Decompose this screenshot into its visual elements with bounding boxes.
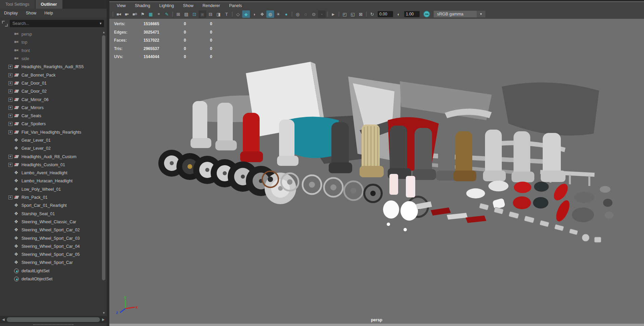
expand-toggle[interactable] [8, 122, 12, 126]
chevron-down-icon[interactable]: ▼ [477, 11, 485, 17]
xray-joints-icon[interactable]: ⊠ [357, 10, 365, 18]
expand-toggle[interactable] [8, 73, 12, 77]
ambient-occlusion-icon[interactable]: ◎ [294, 10, 302, 18]
outliner-item[interactable]: Steering_Wheel_Classic_Car [0, 218, 101, 226]
shadows-icon[interactable]: ● [282, 10, 290, 18]
scroll-up-icon[interactable]: ▲ [102, 30, 106, 35]
image-plane-icon[interactable]: ▦ [147, 10, 155, 18]
horizontal-scroll-thumb[interactable] [7, 317, 100, 322]
safe-title-icon[interactable]: T [223, 10, 230, 18]
grease-pencil-icon[interactable]: ✎ [163, 10, 171, 18]
panel-resize-grip[interactable] [0, 323, 107, 326]
material-preview-icon[interactable]: ◑ [250, 10, 258, 18]
xray-icon[interactable]: ◰ [341, 10, 348, 18]
expand-toggle[interactable] [8, 114, 12, 118]
outliner-item[interactable]: defaultObjectSet [0, 275, 101, 283]
multisample-aa-icon[interactable]: ⊙ [310, 10, 318, 18]
outliner-item[interactable]: Car_Bonnet_Pack [0, 71, 101, 79]
vertical-scroll-thumb[interactable] [102, 35, 105, 280]
expand-toggle[interactable] [8, 98, 12, 102]
outliner-item[interactable]: Steering_Wheel_Sport_Car_04 [0, 242, 101, 250]
outliner-item[interactable]: Headlights_Custom_01 [0, 161, 101, 169]
menu-help[interactable]: Help [44, 11, 53, 15]
outliner-item[interactable]: Starship_Seat_01 [0, 210, 101, 218]
outliner-item[interactable]: Steering_Wheel_Sport_Car_02 [0, 226, 101, 234]
outliner-item[interactable]: Car_Mirror_06 [0, 95, 101, 103]
exposure-field[interactable] [378, 11, 393, 17]
use-all-lights-icon[interactable]: ☀ [274, 10, 282, 18]
outliner-item[interactable]: Rim_Pack_01 [0, 193, 101, 201]
outliner-item[interactable]: Lambo_Huracan_Headlight [0, 177, 101, 185]
menu-display[interactable]: Display [4, 11, 18, 15]
outliner-item[interactable]: Steering_Wheel_Sport_Car_03 [0, 234, 101, 242]
outliner-item[interactable]: Fiat_Van_Headlights_Rearlights [0, 128, 101, 136]
isolate-select-icon[interactable]: ► [329, 10, 337, 18]
shaded-mode-icon[interactable]: ◆ [242, 10, 250, 18]
outliner-item[interactable]: defaultLightSet [0, 267, 101, 275]
xray-active-icon[interactable]: ◱ [349, 10, 357, 18]
expand-toggle[interactable] [8, 65, 12, 69]
vp-menu-panels[interactable]: Panels [229, 3, 242, 8]
menu-show[interactable]: Show [26, 11, 36, 15]
expand-toggle[interactable] [8, 155, 12, 159]
gate-mask-icon[interactable]: ▣ [199, 10, 206, 18]
viewport-3d-scene[interactable] [109, 19, 644, 323]
outliner-item[interactable]: Gear_Lever_01 [0, 136, 101, 144]
outliner-item[interactable]: side [0, 55, 101, 63]
outliner-item[interactable]: Sport_Car_01_Rearlight [0, 201, 101, 209]
outliner-item[interactable]: Car_Spoilers [0, 120, 101, 128]
vp-menu-shading[interactable]: Shading [135, 3, 150, 8]
outliner-item[interactable]: persp [0, 30, 101, 38]
outliner-item[interactable]: Steering_Wheel_Sport_Car [0, 259, 101, 267]
horizontal-scrollbar[interactable]: ◀ ▶ [0, 316, 107, 323]
toolbar-separator[interactable] [231, 10, 234, 18]
resolution-gate-icon[interactable]: ⊡ [191, 10, 198, 18]
panel-splitter[interactable] [107, 0, 109, 326]
vp-menu-lighting[interactable]: Lighting [159, 3, 174, 8]
toolbar-separator[interactable] [290, 10, 293, 18]
toolbar-separator[interactable] [337, 10, 340, 18]
outliner-item[interactable]: top [0, 38, 101, 46]
outliner-item[interactable]: Low_Poly_Wheel_01 [0, 185, 101, 193]
field-chart-icon[interactable]: ⊟ [207, 10, 214, 18]
toolbar-separator[interactable] [171, 10, 174, 18]
grid-icon[interactable]: ⊞ [174, 10, 182, 18]
textured-mode-icon[interactable]: ❖ [258, 10, 266, 18]
select-camera-icon[interactable]: ◼◀ [115, 10, 122, 18]
outliner-item[interactable]: Gear_Lever_02 [0, 144, 101, 152]
vp-menu-renderer[interactable]: Renderer [203, 3, 220, 8]
toolbar-separator[interactable] [365, 10, 368, 18]
outliner-item[interactable]: Headlights_Rearlights_Audi_RS5 [0, 63, 101, 71]
expand-toggle[interactable] [8, 81, 12, 85]
search-input[interactable] [10, 21, 97, 26]
outliner-item[interactable]: Lambo_Avent_Headlight [0, 169, 101, 177]
toolbar-separator[interactable] [111, 10, 114, 18]
safe-action-icon[interactable]: ◨ [215, 10, 222, 18]
outliner-item[interactable]: Car_Seats [0, 112, 101, 120]
expand-toggle[interactable] [8, 89, 12, 93]
vp-menu-view[interactable]: View [117, 3, 126, 8]
scroll-down-icon[interactable]: ▼ [102, 311, 106, 315]
filter-selection-icon[interactable] [2, 21, 8, 27]
tab-tool-settings[interactable]: Tool Settings [0, 0, 35, 9]
wireframe-on-shaded-icon[interactable]: ◍ [266, 10, 274, 18]
exposure-icon[interactable]: ↻ [368, 10, 376, 18]
outliner-item[interactable]: Car_Door_01 [0, 79, 101, 87]
color-management-toggle[interactable]: ON [423, 11, 430, 17]
vp-menu-show[interactable]: Show [183, 3, 194, 8]
contrast-icon[interactable]: ◐ [395, 10, 402, 18]
tab-outliner[interactable]: Outliner [36, 0, 62, 9]
camera-attributes-icon[interactable]: ◼⚙ [131, 10, 139, 18]
outliner-item[interactable]: Car_Mirrors [0, 104, 101, 112]
bookmark-icon[interactable]: ⚑ [139, 10, 147, 18]
contrast-field[interactable] [404, 11, 420, 17]
lock-camera-icon[interactable]: ◼● [123, 10, 130, 18]
pan-zoom-icon[interactable]: ⌖ [155, 10, 163, 18]
outliner-item[interactable]: Steering_Wheel_Sport_Car_05 [0, 250, 101, 259]
vertical-scrollbar[interactable]: ▲ ▼ [102, 30, 106, 315]
gamma-select[interactable]: sRGB gamma ▼ [434, 11, 485, 17]
expand-toggle[interactable] [8, 163, 12, 167]
expand-toggle[interactable] [8, 106, 12, 110]
search-dropdown-icon[interactable]: ▼ [97, 22, 104, 25]
motion-blur-icon[interactable]: ◌ [302, 10, 310, 18]
